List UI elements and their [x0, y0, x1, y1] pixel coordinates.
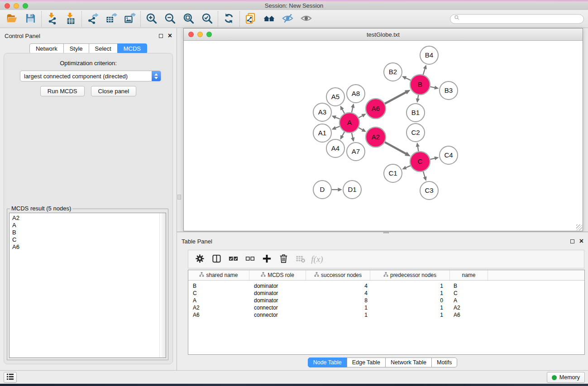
graph-edge[interactable] — [340, 105, 345, 113]
refresh-view-button[interactable] — [220, 11, 238, 27]
graph-edge[interactable] — [430, 157, 439, 160]
home-view-button[interactable] — [260, 11, 278, 27]
graph-edge[interactable] — [430, 86, 439, 90]
graph-edge[interactable] — [351, 103, 354, 112]
zoom-out-button[interactable] — [161, 11, 179, 27]
graph-node[interactable]: B1 — [406, 104, 425, 122]
graph-node[interactable]: A — [339, 113, 359, 133]
network-window-titlebar[interactable]: testGlobe.txt — [184, 29, 583, 41]
graph-node[interactable]: D — [313, 181, 331, 199]
tab-style[interactable]: Style — [63, 43, 89, 54]
zoom-window-button[interactable] — [23, 3, 28, 9]
table-row[interactable]: Cdominator41C — [188, 290, 584, 297]
close-window-button[interactable] — [5, 3, 10, 9]
tab-network-table[interactable]: Network Table — [385, 357, 432, 367]
graph-node[interactable]: C — [410, 152, 430, 172]
deselect-all-rows-button[interactable] — [243, 252, 257, 267]
list-scrollbar[interactable] — [159, 213, 166, 357]
graph-node[interactable]: C1 — [384, 164, 402, 182]
graph-edge[interactable] — [402, 76, 411, 80]
tab-select[interactable]: Select — [89, 43, 118, 54]
tab-edge-table[interactable]: Edge Table — [347, 357, 386, 367]
mcds-result-item[interactable]: C — [10, 236, 166, 243]
import-table-button[interactable] — [62, 11, 80, 27]
graph-node[interactable]: D1 — [343, 181, 361, 199]
mcds-result-item[interactable]: A — [10, 222, 166, 229]
graph-node[interactable]: B — [410, 75, 430, 95]
minimize-window-button[interactable] — [14, 3, 19, 9]
minimize-view-button[interactable] — [197, 32, 203, 37]
import-network-button[interactable] — [43, 11, 62, 27]
column-header-predecessor-nodes[interactable]: predecessor nodes — [370, 270, 450, 280]
graph-edge[interactable] — [402, 166, 411, 169]
graph-node[interactable]: A4 — [326, 139, 344, 157]
graph-edge[interactable] — [332, 115, 340, 119]
table-row[interactable]: Bdominator41B — [188, 282, 584, 290]
mcds-result-item[interactable]: A2 — [10, 214, 166, 222]
graph-edge[interactable] — [423, 172, 427, 181]
show-details-button[interactable] — [297, 11, 316, 27]
memory-button[interactable]: Memory — [547, 372, 585, 383]
zoom-fit-button[interactable] — [179, 11, 198, 27]
column-header-successor-nodes[interactable]: successor nodes — [306, 270, 370, 280]
export-network-button[interactable] — [83, 11, 102, 27]
graph-edge[interactable] — [351, 133, 354, 142]
open-session-button[interactable] — [3, 11, 21, 27]
task-history-button[interactable] — [4, 372, 17, 383]
graph-node[interactable]: A8 — [347, 85, 365, 103]
graph-edge[interactable] — [385, 142, 411, 156]
graph-node[interactable]: C2 — [406, 124, 425, 142]
graph-node[interactable]: A1 — [313, 124, 331, 142]
close-panel-button[interactable]: Close panel — [91, 86, 137, 96]
graph-node[interactable]: B2 — [384, 63, 402, 81]
graph-node[interactable]: A7 — [347, 143, 365, 161]
clone-network-button[interactable] — [241, 11, 260, 27]
graph-edge[interactable] — [359, 128, 366, 132]
graph-edge[interactable] — [385, 90, 411, 104]
graph-edge[interactable] — [416, 143, 420, 152]
search-box[interactable] — [450, 14, 584, 24]
select-all-rows-button[interactable] — [226, 252, 240, 267]
column-header-MCDS-role[interactable]: MCDS role — [249, 270, 306, 280]
zoom-in-button[interactable] — [142, 11, 161, 27]
graph-node[interactable]: B3 — [440, 81, 458, 100]
graph-node[interactable]: B4 — [420, 46, 438, 64]
close-panel-icon[interactable]: × — [168, 33, 172, 38]
run-mcds-button[interactable]: Run MCDS — [40, 86, 85, 96]
mcds-result-item[interactable]: B — [10, 229, 166, 236]
graph-edge[interactable] — [332, 188, 342, 191]
float-panel-icon[interactable] — [159, 34, 163, 38]
export-image-button[interactable] — [120, 11, 139, 27]
graph-node[interactable]: A5 — [326, 88, 344, 106]
table-mode-gear-button[interactable] — [193, 252, 207, 267]
export-table-button[interactable] — [102, 11, 120, 27]
close-view-button[interactable] — [188, 32, 194, 37]
show-columns-button[interactable] — [210, 252, 224, 267]
criterion-dropdown[interactable]: largest connected component (directed) — [20, 71, 161, 81]
search-input[interactable] — [463, 15, 580, 23]
add-column-button[interactable] — [260, 252, 274, 267]
graph-edge[interactable] — [423, 65, 427, 75]
graph-node[interactable]: C4 — [440, 146, 458, 164]
hide-details-button[interactable] — [278, 11, 297, 27]
graph-node[interactable]: A2 — [366, 127, 386, 147]
graph-node[interactable]: A6 — [366, 99, 386, 119]
column-header-name[interactable]: name — [450, 270, 488, 280]
close-table-panel-icon[interactable]: × — [579, 239, 583, 243]
table-row[interactable]: Adominator80A — [188, 297, 584, 304]
tab-motifs[interactable]: Motifs — [431, 357, 457, 367]
table-row[interactable]: A2connector11A2 — [188, 304, 584, 311]
graph-node[interactable]: C3 — [420, 181, 438, 200]
delete-columns-button[interactable] — [277, 252, 291, 267]
graph-node[interactable]: A3 — [313, 103, 331, 121]
desktop-scroll-grip[interactable] — [177, 195, 181, 200]
graph-edge[interactable] — [359, 114, 366, 118]
graph-edge[interactable] — [340, 132, 345, 139]
tab-node-table[interactable]: Node Table — [308, 357, 347, 367]
tab-network[interactable]: Network — [29, 43, 64, 54]
column-header-shared-name[interactable]: shared name — [188, 270, 249, 280]
graph-edge[interactable] — [416, 95, 420, 103]
window-resize-grip[interactable] — [576, 224, 582, 230]
zoom-view-button[interactable] — [206, 32, 212, 37]
tab-mcds[interactable]: MCDS — [117, 43, 147, 54]
